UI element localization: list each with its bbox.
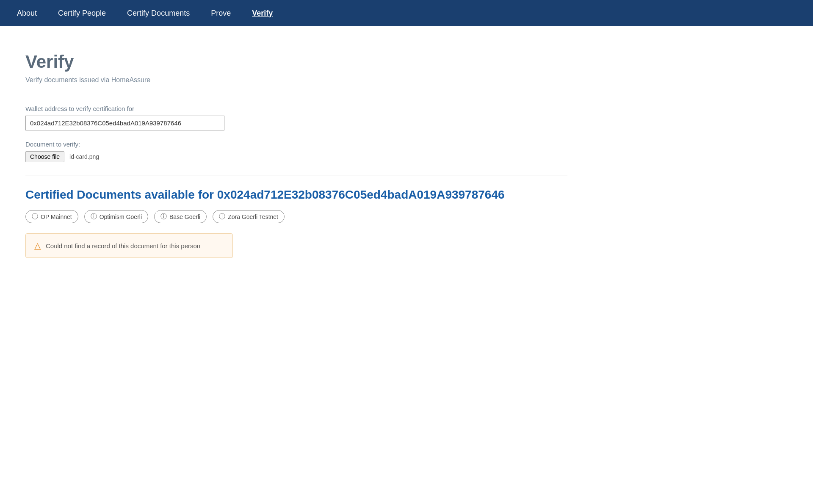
navbar: About Certify People Certify Documents P… (0, 0, 813, 26)
badge-optimism-goerli[interactable]: ⓘ Optimism Goerli (84, 210, 148, 223)
certified-heading-address: 0x024ad712E32b08376C05ed4badA019A9397876… (217, 188, 505, 201)
badge-label-3: Base Goerli (169, 213, 200, 220)
wallet-form-group: Wallet address to verify certification f… (25, 105, 567, 130)
file-area: Choose file id-card.png (25, 151, 567, 162)
badge-alert-icon-1: ⓘ (32, 213, 38, 221)
badge-op-mainnet[interactable]: ⓘ OP Mainnet (25, 210, 78, 223)
badge-label-1: OP Mainnet (41, 213, 72, 220)
alert-text: Could not find a record of this document… (46, 242, 200, 249)
nav-certify-documents[interactable]: Certify Documents (127, 9, 190, 18)
file-name-display: id-card.png (69, 153, 99, 160)
wallet-label: Wallet address to verify certification f… (25, 105, 567, 112)
document-label: Document to verify: (25, 141, 567, 148)
nav-prove[interactable]: Prove (211, 9, 231, 18)
badge-alert-icon-3: ⓘ (160, 213, 167, 221)
wallet-input[interactable] (25, 116, 224, 130)
page-title: Verify (25, 52, 567, 72)
document-form-group: Document to verify: Choose file id-card.… (25, 141, 567, 162)
network-badge-row: ⓘ OP Mainnet ⓘ Optimism Goerli ⓘ Base Go… (25, 210, 567, 223)
alert-box: △ Could not find a record of this docume… (25, 233, 233, 258)
section-divider (25, 175, 567, 175)
nav-certify-people[interactable]: Certify People (58, 9, 106, 18)
badge-label-4: Zora Goerli Testnet (228, 213, 278, 220)
nav-about[interactable]: About (17, 9, 37, 18)
page-subtitle: Verify documents issued via HomeAssure (25, 76, 567, 84)
badge-zora-goerli[interactable]: ⓘ Zora Goerli Testnet (213, 210, 285, 223)
certified-heading: Certified Documents available for 0x024a… (25, 188, 567, 202)
warning-icon: △ (34, 241, 41, 251)
nav-verify[interactable]: Verify (252, 9, 273, 18)
badge-alert-icon-4: ⓘ (219, 213, 225, 221)
badge-base-goerli[interactable]: ⓘ Base Goerli (154, 210, 207, 223)
certified-section: Certified Documents available for 0x024a… (25, 188, 567, 258)
certified-heading-prefix: Certified Documents available for (25, 188, 217, 201)
choose-file-button[interactable]: Choose file (25, 151, 64, 162)
badge-label-2: Optimism Goerli (100, 213, 142, 220)
badge-alert-icon-2: ⓘ (91, 213, 97, 221)
main-content: Verify Verify documents issued via HomeA… (0, 26, 593, 258)
